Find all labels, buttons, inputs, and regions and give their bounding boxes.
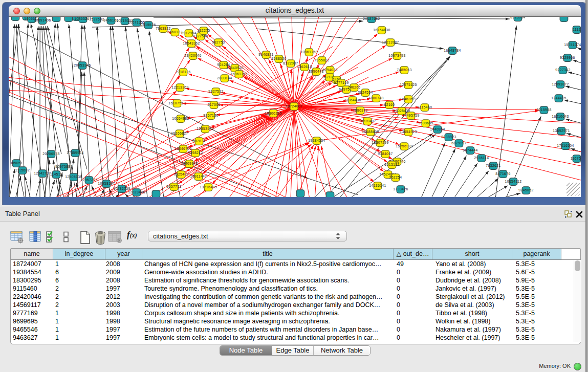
svg-text:9777169: 9777169 <box>334 81 349 84</box>
svg-text:1080748: 1080748 <box>368 96 383 100</box>
svg-text:20206578: 20206578 <box>42 152 59 156</box>
svg-text:8660123: 8660123 <box>167 30 182 34</box>
svg-text:12023448: 12023448 <box>128 190 145 194</box>
svg-text:9245052: 9245052 <box>518 188 533 192</box>
svg-text:12093872: 12093872 <box>552 82 569 86</box>
svg-text:16648784: 16648784 <box>444 49 461 52</box>
svg-text:21364436: 21364436 <box>344 98 361 102</box>
svg-text:10654112: 10654112 <box>505 180 522 183</box>
svg-text:9699695: 9699695 <box>418 121 433 125</box>
svg-text:18300295: 18300295 <box>265 112 281 115</box>
svg-text:7663822: 7663822 <box>156 27 170 30</box>
svg-text:20053346: 20053346 <box>74 63 91 67</box>
svg-text:23420046: 23420046 <box>184 54 201 57</box>
svg-text:114513: 114513 <box>50 172 63 176</box>
svg-text:10958197: 10958197 <box>98 182 115 185</box>
svg-text:14495759: 14495759 <box>402 114 419 117</box>
svg-text:9329966: 9329966 <box>560 56 575 59</box>
svg-text:16543362: 16543362 <box>183 41 200 45</box>
svg-text:12505135: 12505135 <box>65 175 82 179</box>
svg-text:19384554: 19384554 <box>308 139 325 142</box>
svg-text:13654923: 13654923 <box>400 130 417 134</box>
svg-text:14136141: 14136141 <box>369 184 386 187</box>
svg-text:12353594: 12353594 <box>197 127 213 130</box>
svg-text:19166827: 19166827 <box>171 132 188 135</box>
svg-text:9115460: 9115460 <box>418 105 432 109</box>
svg-text:982753: 982753 <box>212 40 225 44</box>
svg-text:13716485: 13716485 <box>200 185 216 189</box>
svg-text:10688609: 10688609 <box>362 130 379 134</box>
svg-text:1362615: 1362615 <box>297 65 312 69</box>
svg-text:62160: 62160 <box>384 103 395 106</box>
svg-text:16154838: 16154838 <box>373 28 390 32</box>
svg-text:1588520: 1588520 <box>271 57 286 60</box>
svg-text:12342737: 12342737 <box>34 171 51 175</box>
svg-text:2935114: 2935114 <box>474 156 489 160</box>
svg-text:1112: 1112 <box>573 28 581 31</box>
svg-text:12975125: 12975125 <box>400 83 417 86</box>
svg-text:8471676: 8471676 <box>495 172 510 176</box>
svg-text:1733426: 1733426 <box>393 187 408 191</box>
svg-text:217006: 217006 <box>207 103 220 106</box>
svg-text:2718126: 2718126 <box>176 70 190 74</box>
svg-text:15756928: 15756928 <box>396 144 412 148</box>
svg-text:18724007: 18724007 <box>286 104 302 108</box>
svg-text:7632621: 7632621 <box>486 164 500 167</box>
svg-text:10782759: 10782759 <box>113 187 130 190</box>
svg-text:20187682: 20187682 <box>363 17 380 20</box>
svg-text:1115682: 1115682 <box>15 168 30 172</box>
svg-text:9327509: 9327509 <box>193 34 208 38</box>
svg-text:9146821: 9146821 <box>258 53 273 56</box>
svg-text:18640910: 18640910 <box>226 66 243 70</box>
svg-text:132275: 132275 <box>197 29 210 32</box>
svg-text:16409948: 16409948 <box>181 162 198 165</box>
svg-text:1440954: 1440954 <box>430 127 445 131</box>
svg-text:9184067: 9184067 <box>378 152 393 156</box>
svg-text:20691406: 20691406 <box>34 18 51 22</box>
svg-text:7886372: 7886372 <box>353 108 367 112</box>
svg-text:8313054: 8313054 <box>510 17 525 19</box>
svg-text:10463627: 10463627 <box>400 97 417 101</box>
svg-text:8215958: 8215958 <box>536 108 551 112</box>
svg-text:12213987: 12213987 <box>382 40 399 44</box>
svg-text:17359924: 17359924 <box>67 151 83 155</box>
svg-text:7955812: 7955812 <box>314 58 329 62</box>
svg-text:8267130: 8267130 <box>203 114 218 117</box>
svg-text:16961758: 16961758 <box>230 72 247 76</box>
svg-text:6879197: 6879197 <box>451 141 466 145</box>
svg-text:7625402: 7625402 <box>173 172 188 176</box>
svg-text:9657771: 9657771 <box>166 185 181 188</box>
svg-text:8990448: 8990448 <box>309 70 323 73</box>
svg-text:10654982: 10654982 <box>172 117 189 120</box>
svg-text:10046706: 10046706 <box>175 147 191 150</box>
svg-text:385051: 385051 <box>10 161 23 165</box>
svg-text:1244415: 1244415 <box>551 96 566 100</box>
svg-text:15720407: 15720407 <box>359 119 376 123</box>
svg-text:8938923: 8938923 <box>441 135 456 139</box>
svg-text:9674444: 9674444 <box>463 148 477 152</box>
svg-text:18307299: 18307299 <box>372 141 388 144</box>
svg-text:90975887: 90975887 <box>55 165 72 168</box>
svg-text:6794028: 6794028 <box>322 68 337 72</box>
svg-text:14911447: 14911447 <box>190 174 207 178</box>
svg-text:7515526: 7515526 <box>141 23 156 27</box>
svg-text:15751074: 15751074 <box>564 43 581 47</box>
svg-text:9498212: 9498212 <box>188 151 203 155</box>
svg-text:13692971: 13692971 <box>553 129 570 133</box>
svg-text:887834: 887834 <box>192 139 205 143</box>
svg-text:3624554: 3624554 <box>358 91 373 94</box>
svg-text:1615132: 1615132 <box>384 163 399 166</box>
svg-text:746266: 746266 <box>347 85 360 89</box>
svg-text:252254: 252254 <box>389 176 402 179</box>
svg-text:8322037: 8322037 <box>283 61 298 65</box>
svg-text:17016504: 17016504 <box>557 144 574 147</box>
svg-text:9327512: 9327512 <box>208 90 223 93</box>
svg-text:7485063: 7485063 <box>397 68 411 72</box>
svg-text:16210643: 16210643 <box>552 115 569 118</box>
svg-text:10973493: 10973493 <box>388 54 405 57</box>
svg-text:10961758: 10961758 <box>300 50 317 54</box>
svg-text:1527602: 1527602 <box>89 17 104 21</box>
svg-text:17957223: 17957223 <box>80 178 97 182</box>
svg-text:9227342: 9227342 <box>555 68 570 72</box>
svg-text:2803144: 2803144 <box>217 76 232 80</box>
